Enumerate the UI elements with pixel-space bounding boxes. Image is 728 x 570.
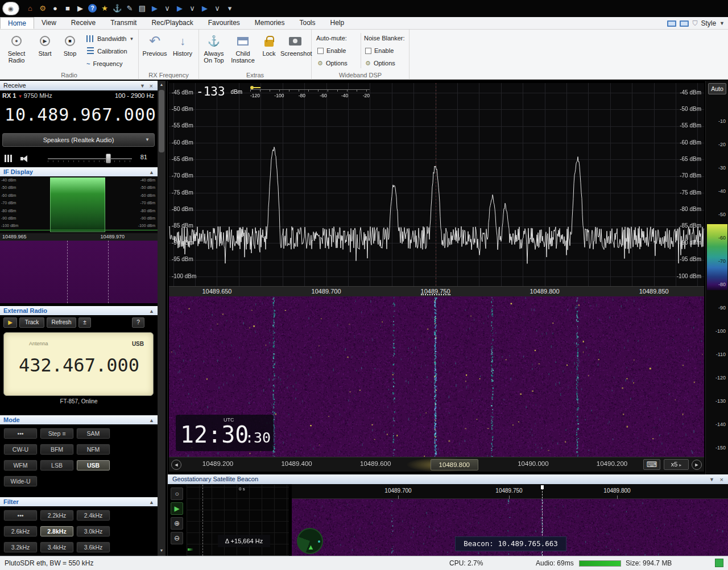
mode-button-usb[interactable]: USB (76, 460, 110, 471)
keyboard-entry-button[interactable]: ⌨ (643, 459, 660, 470)
spectrum-canvas[interactable] (169, 83, 704, 286)
external-refresh-button[interactable]: Refresh (47, 317, 76, 328)
playback-caret3-icon[interactable]: ∨ (212, 3, 223, 14)
playback-caret2-icon[interactable]: ∨ (187, 3, 198, 14)
filter-collapse-icon[interactable]: ▲ (149, 498, 154, 507)
zoom-button[interactable]: x5 ▸ (664, 459, 689, 470)
nav-freq-label[interactable]: 10489.400 (273, 460, 321, 467)
colorbar-gradient[interactable] (707, 224, 727, 290)
tab-tools[interactable]: Tools (292, 17, 323, 29)
volume-slider-track[interactable] (48, 158, 132, 159)
receive-close-icon[interactable]: × (150, 81, 153, 91)
mode-button-nfm[interactable]: NFM (76, 444, 110, 455)
rx-caret-icon[interactable]: ▼ (18, 94, 24, 99)
tab-transmit[interactable]: Transmit (103, 17, 144, 29)
mode-button-bfm[interactable]: BFM (40, 444, 74, 455)
receive-collapse-icon[interactable]: ▼ (140, 81, 145, 91)
beacon-run-button[interactable]: ▶ (171, 502, 183, 515)
playback-play3-icon[interactable]: ▶ (199, 3, 210, 14)
nav-freq-label[interactable]: 10490.200 (588, 460, 636, 467)
scroll-down-arrow[interactable]: ▼ (158, 547, 166, 555)
rx-label[interactable]: RX 1 (2, 92, 16, 99)
if-spectrum[interactable]: -40 dBm-50 dBm-60 dBm-70 dBm-80 dBm-90 d… (0, 176, 158, 233)
tab-memories[interactable]: Memories (247, 17, 292, 29)
external--button[interactable]: ± (78, 317, 91, 328)
customize-caret-icon[interactable]: ▾ (224, 3, 235, 14)
mode-button-wfm[interactable]: WFM (3, 460, 38, 471)
beacon-drift-chart[interactable]: 0 s Δ +15,664 Hz (187, 485, 289, 556)
receive-header[interactable]: Receive ▼ × (0, 81, 158, 90)
child-instance-button[interactable]: Child Instance (229, 31, 257, 69)
external-radio-lcd[interactable]: Antenna USB 432.467.000 (3, 332, 154, 396)
record-icon[interactable]: ● (49, 3, 61, 14)
calibration-button[interactable]: Calibration (86, 46, 136, 57)
nav-freq-label[interactable]: 10490.000 (509, 460, 557, 467)
automute-options-button[interactable]: ⚙ Options (317, 57, 358, 69)
previous-button[interactable]: ↶ Previous (141, 31, 168, 69)
scroll-up-arrow[interactable]: ▲ (158, 81, 166, 89)
nav-scale[interactable]: 10489.20010489.40010489.60010489.8001049… (184, 457, 639, 472)
scrollbar-thumb[interactable] (159, 90, 164, 152)
playback-play-icon[interactable]: ▶ (149, 3, 160, 14)
noise-blanker-enable-row[interactable]: Enable (365, 45, 406, 56)
mode-button-sam[interactable]: SAM (76, 428, 110, 439)
stop-button[interactable]: ■ Stop (58, 31, 82, 69)
beacon-close-icon[interactable]: × (720, 475, 723, 485)
style-menu[interactable]: Style (701, 19, 716, 27)
play-icon[interactable]: ▶ (75, 3, 86, 14)
filter-button-2.2khz[interactable]: 2.2kHz (40, 510, 74, 521)
noise-blanker-options-button[interactable]: ⚙ Options (365, 57, 406, 69)
automute-enable-row[interactable]: Enable (317, 45, 358, 56)
filter-button-2.8khz[interactable]: 2.8kHz (40, 526, 74, 537)
edit-icon[interactable]: ✎ (124, 3, 135, 14)
if-display-header[interactable]: IF Display ▲ (0, 167, 158, 176)
stop-icon[interactable]: ■ (62, 3, 73, 14)
filter-button-2.4khz[interactable]: 2.4kHz (76, 510, 110, 521)
beacon-panel-header[interactable]: Geostationary Satellite Beacon ▼ × (168, 474, 728, 484)
filter-button-3.4khz[interactable]: 3.4kHz (40, 542, 74, 553)
file-icon[interactable]: ▤ (136, 3, 148, 14)
beacon-center-button[interactable]: ○ (171, 488, 183, 500)
colorbar-auto-button[interactable]: Auto (708, 83, 726, 94)
noise-blanker-enable-checkbox[interactable] (365, 48, 371, 54)
freq-axis[interactable]: 10489.65010489.70010489.75010489.8001048… (169, 286, 704, 296)
playback-caret-icon[interactable]: ∨ (162, 3, 173, 14)
beacon-collapse-icon[interactable]: ▼ (709, 475, 714, 485)
mode-collapse-icon[interactable]: ▲ (149, 416, 154, 425)
bandwidth-button[interactable]: Bandwidth ▼ (86, 33, 136, 44)
frequency-button[interactable]: ~ Frequency (86, 58, 136, 69)
audio-device-select[interactable]: Speakers (Realtek Audio) ▼ (2, 133, 155, 147)
playback-play2-icon[interactable]: ▶ (174, 3, 185, 14)
home-icon[interactable]: ⌂ (24, 3, 36, 14)
filter-header[interactable]: Filter ▲ (0, 497, 158, 506)
mode-header[interactable]: Mode ▲ (0, 415, 158, 424)
gear-icon[interactable]: ⚙ (37, 3, 48, 14)
tab-rec-playback[interactable]: Rec/Playback (144, 17, 200, 29)
mode-button-lsb[interactable]: LSB (40, 460, 74, 471)
volume-slider-thumb[interactable] (106, 154, 111, 163)
start-button[interactable]: ▶ Start (33, 31, 57, 69)
zoom-caret-icon[interactable]: ▸ (679, 462, 681, 468)
rx-frequency-display[interactable]: 10.489.967.000 (5, 102, 158, 127)
external-radio-collapse-icon[interactable]: ▲ (149, 307, 154, 316)
mode-button-step[interactable]: Step ≡ (40, 428, 74, 439)
external-radio-header[interactable]: External Radio ▲ (0, 306, 158, 315)
filter-button-[interactable]: ••• (3, 510, 38, 521)
help-icon[interactable]: ? (88, 4, 97, 13)
tab-help[interactable]: Help (323, 17, 352, 29)
monitor2-icon[interactable] (680, 20, 689, 27)
if-waterfall[interactable] (0, 241, 158, 303)
monitor-icon[interactable] (667, 20, 676, 27)
mode-button-[interactable]: ••• (3, 428, 38, 439)
mode-button-cwu[interactable]: CW-U (3, 444, 38, 455)
anchor-icon[interactable]: ⚓ (111, 3, 123, 14)
tab-favourites[interactable]: Favourites (201, 17, 247, 29)
mixer-icon[interactable] (5, 155, 13, 162)
style-caret-icon[interactable]: ▼ (719, 20, 725, 26)
app-menu-button[interactable]: ◉ (2, 2, 19, 15)
if-display-collapse-icon[interactable]: ▲ (149, 168, 154, 177)
nav-left-button[interactable]: ◄ (171, 460, 181, 470)
nav-right-button[interactable]: ► (692, 460, 702, 470)
tab-home[interactable]: Home (0, 17, 34, 29)
external-track-button[interactable]: Track (19, 317, 44, 328)
